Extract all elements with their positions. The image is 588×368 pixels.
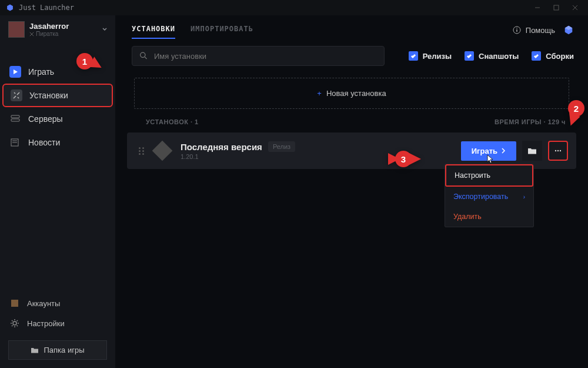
game-folder-button[interactable]: Папка игры [8,340,107,360]
menu-configure[interactable]: Настроить [445,164,533,187]
app-logo-icon [6,4,14,12]
nav-news[interactable]: Новости [0,131,115,154]
user-status: Пиратка [29,31,69,37]
svg-point-22 [555,150,556,151]
window-close[interactable] [567,2,583,14]
cube-icon[interactable] [563,25,574,35]
nav-servers[interactable]: Серверы [0,107,115,131]
filter-builds[interactable]: Сборки [532,51,574,61]
svg-point-17 [516,28,517,29]
nav-label: Установки [29,91,68,100]
plus-icon: + [317,89,322,98]
context-menu: Настроить Экспортировать › Удалить [445,164,534,227]
nav-label: Играть [28,67,54,77]
tab-installs[interactable]: УСТАНОВКИ [132,21,175,39]
window-maximize[interactable] [548,2,564,14]
servers-icon [9,113,21,125]
svg-point-24 [560,150,561,151]
install-tag: Релиз [268,141,295,152]
checkbox-checked-icon [532,51,541,61]
svg-rect-9 [11,119,19,121]
sidebar-settings[interactable]: Настройки [0,313,115,333]
folder-icon [31,346,39,354]
tools-icon [11,89,22,101]
open-folder-button[interactable] [522,141,542,161]
window-title: Just Launcher [19,4,74,12]
more-dots-icon [553,146,563,155]
nav-label: Новости [28,138,60,147]
install-title: Последняя версия [181,142,262,152]
more-options-button[interactable] [548,141,568,161]
search-input-wrapper[interactable] [132,46,385,66]
svg-point-20 [141,52,145,57]
tab-import[interactable]: ИМПОРТИРОВАТЬ [191,21,253,39]
svg-rect-8 [11,115,19,118]
svg-rect-13 [11,300,18,307]
svg-point-23 [557,150,559,151]
search-icon [139,51,148,61]
sidebar-accounts[interactable]: Аккаунты [0,293,115,313]
help-button[interactable]: Помощь [513,26,555,35]
user-account-chip[interactable]: Jasaherror Пиратка [0,15,115,44]
user-avatar [8,21,25,38]
filter-snapshots[interactable]: Снапшоты [465,51,519,61]
chevron-right-icon: › [523,194,525,200]
chevron-right-icon [501,148,506,154]
checkbox-checked-icon [465,51,474,61]
main-panel: УСТАНОВКИ ИМПОРТИРОВАТЬ Помощь [115,15,588,368]
user-name: Jasaherror [29,22,69,31]
play-icon [9,66,21,78]
new-install-button[interactable]: +Новая установка [134,78,569,109]
folder-icon [527,146,537,155]
nav-installs[interactable]: Установки [2,84,113,107]
filter-releases[interactable]: Релизы [409,51,452,61]
menu-delete[interactable]: Удалить [445,207,533,227]
svg-marker-0 [7,4,13,11]
accounts-icon [9,298,20,309]
drag-handle-icon[interactable] [139,147,144,155]
gear-icon [9,318,20,329]
playtime-count: ВРЕМЯ ИГРЫ · 129 ч [495,118,566,125]
callout-1: 1 [76,53,102,69]
svg-marker-7 [14,69,18,74]
svg-rect-2 [554,5,559,10]
search-input[interactable] [154,52,377,61]
window-minimize[interactable] [529,2,546,14]
callout-3: 3 [388,151,421,167]
info-icon [513,26,521,34]
chevron-down-icon [101,24,108,35]
news-icon [9,137,21,148]
svg-line-21 [145,57,146,59]
installs-count: УСТАНОВОК · 1 [146,118,199,125]
menu-export[interactable]: Экспортировать › [445,187,533,207]
install-icon [152,141,172,161]
nav-label: Серверы [28,114,63,124]
callout-2: 2 [568,100,584,126]
install-version: 1.20.1 [181,153,295,160]
cursor-icon [487,154,494,165]
checkbox-checked-icon [409,51,418,61]
titlebar: Just Launcher [0,0,588,15]
svg-point-14 [13,321,16,325]
